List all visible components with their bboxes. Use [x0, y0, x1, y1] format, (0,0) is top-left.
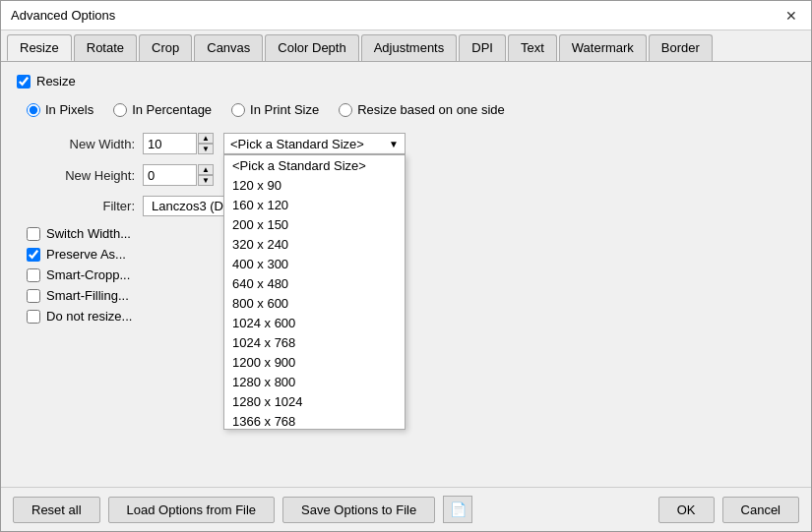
cancel-button[interactable]: Cancel	[722, 497, 799, 523]
load-options-button[interactable]: Load Options from File	[108, 497, 276, 523]
size-item-160x120[interactable]: 160 x 120	[224, 195, 405, 214]
tab-resize[interactable]: Resize	[7, 34, 72, 61]
radio-percentage-input[interactable]	[113, 103, 127, 117]
title-bar: Advanced Options ✕	[1, 1, 811, 30]
radio-one-side: Resize based on one side	[339, 102, 505, 117]
smart-crop-row: Smart-Cropp...	[27, 267, 795, 282]
tab-text[interactable]: Text	[508, 34, 557, 61]
switch-width-row: Switch Width...	[27, 226, 795, 241]
do-not-resize-checkbox[interactable]	[27, 310, 40, 324]
size-item-400x300[interactable]: 400 x 300	[224, 254, 405, 273]
height-label: New Height:	[27, 168, 135, 183]
size-item-200x150[interactable]: 200 x 150	[224, 214, 405, 234]
smart-crop-checkbox[interactable]	[27, 268, 40, 282]
radio-print-label: In Print Size	[250, 102, 319, 117]
resize-enable-row: Resize	[17, 74, 795, 89]
width-input-group: ▲ ▼	[143, 133, 214, 154]
smart-filling-label: Smart-Filling...	[46, 288, 129, 303]
resize-checkbox[interactable]	[17, 75, 31, 89]
footer-left-buttons: Reset all Load Options from File Save Op…	[13, 496, 472, 523]
resize-checkbox-label: Resize	[36, 74, 76, 89]
tabs-bar: Resize Rotate Crop Canvas Color Depth Ad…	[1, 30, 811, 62]
switch-width-label: Switch Width...	[46, 226, 131, 241]
height-spinners: ▲ ▼	[198, 164, 214, 186]
height-row: New Height: ▲ ▼	[17, 164, 795, 186]
smart-crop-label: Smart-Cropp...	[46, 267, 130, 282]
standard-size-dropdown[interactable]: <Pick a Standard Size> ▼	[223, 133, 406, 154]
preserve-as-row: Preserve As...	[27, 247, 795, 262]
width-spin-up[interactable]: ▲	[198, 133, 214, 144]
width-row: New Width: ▲ ▼ <Pick a Standard Size> ▼ …	[17, 133, 795, 154]
do-not-resize-row: Do not resize... ...ted size	[27, 309, 795, 324]
tab-crop[interactable]: Crop	[139, 34, 192, 61]
preserve-as-label: Preserve As...	[46, 247, 126, 262]
size-item-1280x1024[interactable]: 1280 x 1024	[224, 391, 405, 411]
size-item-1280x800[interactable]: 1280 x 800	[224, 372, 405, 391]
radio-in-print-size: In Print Size	[231, 102, 319, 117]
radio-pixels-input[interactable]	[27, 103, 40, 117]
save-options-button[interactable]: Save Options to File	[282, 497, 435, 523]
do-not-resize-label: Do not resize...	[46, 309, 132, 324]
standard-size-list: <Pick a Standard Size> 120 x 90 160 x 12…	[223, 154, 406, 430]
tab-border[interactable]: Border	[649, 34, 713, 61]
size-item-1366x768[interactable]: 1366 x 768	[224, 411, 405, 430]
dropdown-arrow-icon: ▼	[389, 139, 399, 149]
radio-oneside-input[interactable]	[339, 103, 352, 117]
close-button[interactable]: ✕	[781, 8, 801, 24]
footer-right-buttons: OK Cancel	[658, 497, 799, 523]
reset-all-button[interactable]: Reset all	[13, 497, 100, 523]
size-item-1024x768[interactable]: 1024 x 768	[224, 332, 405, 352]
height-input[interactable]	[143, 164, 197, 186]
filter-label: Filter:	[27, 199, 135, 213]
options-icon-button[interactable]: 📄	[443, 496, 472, 523]
advanced-options-window: Advanced Options ✕ Resize Rotate Crop Ca…	[0, 0, 812, 532]
main-content: Resize In Pixels In Percentage In Print …	[1, 62, 811, 487]
tab-color-depth[interactable]: Color Depth	[265, 34, 358, 61]
ok-button[interactable]: OK	[658, 497, 715, 523]
size-item-120x90[interactable]: 120 x 90	[224, 175, 405, 195]
smart-filling-row: Smart-Filling...	[27, 288, 795, 303]
tab-rotate[interactable]: Rotate	[74, 34, 137, 61]
radio-print-input[interactable]	[231, 103, 245, 117]
folder-icon: 📄	[450, 502, 467, 517]
height-spin-down[interactable]: ▼	[198, 175, 214, 186]
width-spinners: ▲ ▼	[198, 133, 214, 154]
dropdown-selected-label: <Pick a Standard Size>	[230, 137, 364, 151]
options-checkboxes: Switch Width... Preserve As... Smart-Cro…	[17, 226, 795, 324]
radio-percentage-label: In Percentage	[132, 102, 212, 117]
size-item-pick[interactable]: <Pick a Standard Size>	[224, 155, 405, 175]
width-input[interactable]	[143, 133, 197, 154]
radio-in-pixels: In Pixels	[27, 102, 94, 117]
switch-width-checkbox[interactable]	[27, 227, 40, 241]
footer: Reset all Load Options from File Save Op…	[1, 487, 811, 531]
width-label: New Width:	[27, 137, 135, 151]
tab-adjustments[interactable]: Adjustments	[361, 34, 458, 61]
preserve-as-checkbox[interactable]	[27, 248, 40, 262]
size-item-320x240[interactable]: 320 x 240	[224, 234, 405, 254]
size-item-640x480[interactable]: 640 x 480	[224, 273, 405, 293]
size-item-1024x600[interactable]: 1024 x 600	[224, 313, 405, 332]
radio-pixels-label: In Pixels	[45, 102, 94, 117]
standard-size-dropdown-wrapper: <Pick a Standard Size> ▼ <Pick a Standar…	[223, 133, 406, 154]
width-spin-down[interactable]: ▼	[198, 144, 214, 154]
height-input-group: ▲ ▼	[143, 164, 214, 186]
tab-canvas[interactable]: Canvas	[194, 34, 263, 61]
tab-watermark[interactable]: Watermark	[559, 34, 647, 61]
filter-row: Filter: Lanczos3 (Defa...	[17, 196, 795, 216]
window-title: Advanced Options	[11, 8, 115, 23]
radio-in-percentage: In Percentage	[113, 102, 212, 117]
smart-filling-checkbox[interactable]	[27, 289, 40, 303]
radio-oneside-label: Resize based on one side	[357, 102, 505, 117]
resize-mode-group: In Pixels In Percentage In Print Size Re…	[17, 102, 795, 117]
height-spin-up[interactable]: ▲	[198, 164, 214, 175]
size-item-1200x900[interactable]: 1200 x 900	[224, 352, 405, 372]
tab-dpi[interactable]: DPI	[459, 34, 506, 61]
size-item-800x600[interactable]: 800 x 600	[224, 293, 405, 313]
